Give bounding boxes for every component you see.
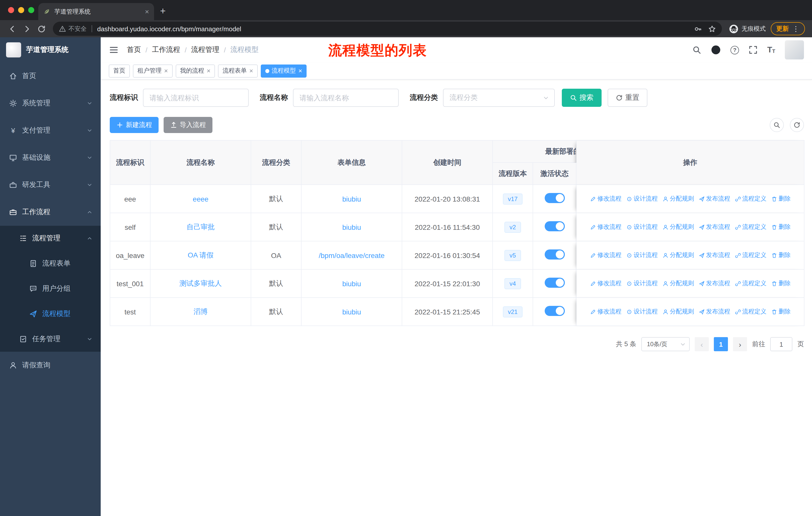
edit-process-link[interactable]: 修改流程	[590, 251, 621, 260]
process-name-link[interactable]: OA 请假	[188, 251, 214, 259]
publish-process-link[interactable]: 发布流程	[698, 194, 730, 203]
delete-link[interactable]: 删除	[771, 307, 791, 316]
edit-process-link[interactable]: 修改流程	[590, 279, 621, 288]
active-toggle[interactable]	[545, 249, 564, 260]
prev-page-button[interactable]: ‹	[695, 337, 709, 351]
create-process-button[interactable]: 新建流程	[110, 117, 158, 133]
sidebar-item-home[interactable]: 首页	[0, 62, 101, 90]
route-tab-process-form[interactable]: 流程表单 ×	[218, 64, 258, 77]
process-definition-link[interactable]: 流程定义	[735, 194, 766, 203]
collapse-sidebar-icon[interactable]	[109, 45, 119, 55]
delete-link[interactable]: 删除	[771, 194, 791, 203]
page-size-select[interactable]: 10条/页	[641, 337, 690, 351]
sidebar-item-payment[interactable]: ¥ 支付管理	[0, 117, 101, 144]
reload-button[interactable]	[37, 24, 46, 33]
sidebar-item-task-management[interactable]: 任务管理	[0, 327, 101, 352]
search-button[interactable]: 搜索	[562, 89, 602, 107]
assign-rule-link[interactable]: 分配规则	[662, 251, 694, 260]
process-name-input[interactable]	[293, 89, 399, 107]
sidebar-item-workflow[interactable]: 工作流程	[0, 198, 101, 226]
maximize-window-button[interactable]	[28, 7, 34, 13]
publish-process-link[interactable]: 发布流程	[698, 279, 730, 288]
close-icon[interactable]: ×	[164, 67, 168, 74]
form-link[interactable]: biubiu	[342, 223, 361, 231]
sidebar-item-process-form[interactable]: 流程表单	[0, 251, 101, 276]
breadcrumb-home[interactable]: 首页	[127, 45, 141, 54]
active-toggle[interactable]	[545, 278, 564, 288]
assign-rule-link[interactable]: 分配规则	[662, 307, 694, 316]
form-link[interactable]: biubiu	[342, 308, 361, 316]
edit-process-link[interactable]: 修改流程	[590, 307, 621, 316]
sidebar-item-process-model[interactable]: 流程模型	[0, 301, 101, 327]
close-icon[interactable]: ×	[249, 67, 253, 74]
form-link[interactable]: biubiu	[342, 279, 361, 288]
font-size-icon[interactable]: TT	[767, 46, 775, 54]
fullscreen-icon[interactable]	[749, 45, 758, 54]
refresh-table-button[interactable]	[790, 118, 804, 132]
process-name-link[interactable]: eeee	[193, 195, 208, 203]
next-page-button[interactable]: ›	[733, 337, 747, 351]
design-process-link[interactable]: 设计流程	[626, 279, 658, 288]
sidebar-item-system[interactable]: 系统管理	[0, 90, 101, 117]
user-avatar[interactable]	[785, 40, 804, 59]
breadcrumb-workflow[interactable]: 工作流程	[152, 45, 180, 54]
process-definition-link[interactable]: 流程定义	[735, 251, 766, 260]
close-tab-icon[interactable]: ×	[145, 7, 149, 16]
edit-process-link[interactable]: 修改流程	[590, 223, 621, 231]
design-process-link[interactable]: 设计流程	[626, 307, 658, 316]
security-warning-icon[interactable]	[59, 25, 66, 32]
form-link[interactable]: /bpm/oa/leave/create	[319, 251, 385, 259]
assign-rule-link[interactable]: 分配规则	[662, 194, 694, 203]
design-process-link[interactable]: 设计流程	[626, 251, 658, 260]
bookmark-star-icon[interactable]	[708, 25, 716, 32]
route-tab-my-process[interactable]: 我的流程 ×	[175, 64, 215, 77]
reset-button[interactable]: 重置	[608, 89, 647, 107]
sidebar-item-devtools[interactable]: 研发工具	[0, 171, 101, 198]
new-tab-button[interactable]: +	[160, 5, 166, 17]
back-button[interactable]	[8, 24, 17, 33]
design-process-link[interactable]: 设计流程	[626, 223, 658, 231]
sidebar-item-leave-query[interactable]: 请假查询	[0, 352, 101, 379]
forward-button[interactable]	[23, 24, 31, 33]
publish-process-link[interactable]: 发布流程	[698, 223, 730, 231]
publish-process-link[interactable]: 发布流程	[698, 307, 730, 316]
process-name-link[interactable]: 滔博	[194, 307, 208, 315]
menu-dots-icon[interactable]: ⋮	[792, 25, 800, 33]
route-tab-tenant[interactable]: 租户管理 ×	[133, 64, 172, 77]
search-icon[interactable]	[692, 45, 701, 54]
sidebar-item-user-group[interactable]: 用户分组	[0, 276, 101, 301]
close-icon[interactable]: ×	[298, 67, 302, 74]
process-key-input[interactable]	[143, 89, 249, 107]
assign-rule-link[interactable]: 分配规则	[662, 223, 694, 231]
process-definition-link[interactable]: 流程定义	[735, 307, 766, 316]
publish-process-link[interactable]: 发布流程	[698, 251, 730, 260]
browser-tab[interactable]: 芋道管理系统 ×	[38, 3, 154, 20]
active-toggle[interactable]	[545, 221, 564, 231]
update-button[interactable]: 更新 ⋮	[771, 22, 805, 35]
import-process-button[interactable]: 导入流程	[164, 117, 212, 133]
design-process-link[interactable]: 设计流程	[626, 194, 658, 203]
process-definition-link[interactable]: 流程定义	[735, 279, 766, 288]
category-select[interactable]: 流程分类	[443, 89, 555, 107]
edit-process-link[interactable]: 修改流程	[590, 194, 621, 203]
goto-page-input[interactable]	[770, 337, 792, 351]
sidebar-item-process-management[interactable]: 流程管理	[0, 226, 101, 251]
minimize-window-button[interactable]	[18, 7, 24, 13]
delete-link[interactable]: 删除	[771, 251, 791, 260]
breadcrumb-process-management[interactable]: 流程管理	[191, 45, 220, 54]
sidebar-item-infrastructure[interactable]: 基础设施	[0, 144, 101, 171]
toggle-search-button[interactable]	[770, 118, 784, 132]
delete-link[interactable]: 删除	[771, 223, 791, 231]
process-name-link[interactable]: 自己审批	[186, 222, 215, 230]
active-toggle[interactable]	[545, 193, 564, 203]
address-bar[interactable]: 不安全 dashboard.yudao.iocoder.cn/bpm/manag…	[53, 22, 722, 36]
delete-link[interactable]: 删除	[771, 279, 791, 288]
assign-rule-link[interactable]: 分配规则	[662, 279, 694, 288]
form-link[interactable]: biubiu	[342, 195, 361, 203]
page-1-button[interactable]: 1	[714, 337, 728, 351]
password-key-icon[interactable]	[694, 25, 702, 32]
close-icon[interactable]: ×	[207, 67, 210, 74]
github-icon[interactable]	[711, 45, 721, 55]
help-icon[interactable]: ?	[730, 46, 739, 54]
process-definition-link[interactable]: 流程定义	[735, 223, 766, 231]
